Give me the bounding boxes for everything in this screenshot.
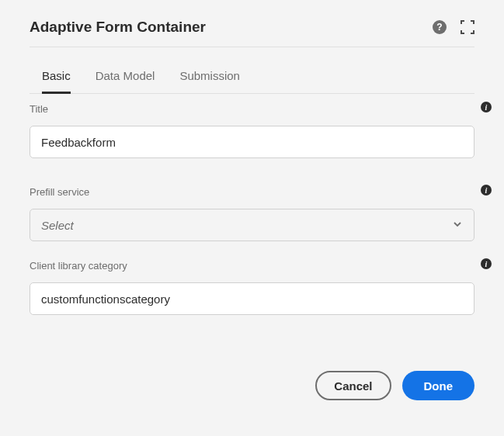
tab-data-model[interactable]: Data Model xyxy=(96,69,155,93)
field-prefill-group: i Prefill service Select xyxy=(30,186,474,241)
info-icon[interactable]: i xyxy=(481,258,492,269)
info-icon[interactable]: i xyxy=(481,185,492,196)
prefill-label: Prefill service xyxy=(30,186,474,198)
cancel-button[interactable]: Cancel xyxy=(315,371,391,400)
dialog-header: Adaptive Form Container ? xyxy=(30,19,474,47)
tab-submission[interactable]: Submission xyxy=(179,69,240,93)
done-button[interactable]: Done xyxy=(402,371,475,400)
prefill-selected-value: Select xyxy=(41,219,74,232)
header-actions: ? xyxy=(433,20,474,34)
tab-bar: Basic Data Model Submission xyxy=(30,69,474,94)
prefill-select[interactable]: Select xyxy=(30,209,474,241)
help-icon[interactable]: ? xyxy=(433,20,447,34)
info-icon[interactable]: i xyxy=(481,102,492,112)
title-input[interactable] xyxy=(30,126,474,158)
clientlib-label: Client library category xyxy=(30,260,474,272)
clientlib-input[interactable] xyxy=(30,282,474,315)
form-basic-panel: i Title i Prefill service Select i Clien… xyxy=(30,103,474,334)
dialog-footer: Cancel Done xyxy=(30,371,474,400)
tab-basic[interactable]: Basic xyxy=(42,69,71,93)
fullscreen-icon[interactable] xyxy=(461,20,474,34)
field-clientlib-group: i Client library category xyxy=(30,260,474,334)
header-divider xyxy=(30,47,474,47)
dialog-title: Adaptive Form Container xyxy=(30,19,206,36)
chevron-down-icon xyxy=(452,219,463,232)
field-title-group: i Title xyxy=(30,103,474,177)
title-label: Title xyxy=(30,103,474,115)
